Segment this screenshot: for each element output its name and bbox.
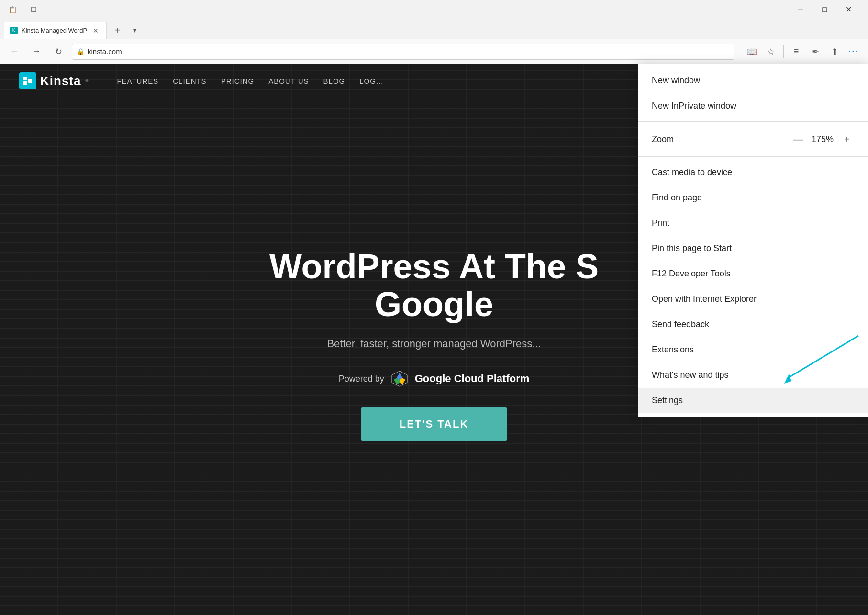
refresh-button[interactable]: ↻ [50, 43, 67, 60]
nav-login[interactable]: LOG... [359, 77, 383, 85]
zoom-label: Zoom [652, 134, 786, 144]
svg-rect-0 [23, 77, 27, 80]
menu-item-extensions[interactable]: Extensions [638, 337, 868, 362]
print-label: Print [652, 218, 669, 228]
logo-svg [22, 76, 33, 86]
nav-clients[interactable]: CLIENTS [173, 77, 206, 85]
hero-subtitle: Better, faster, stronger managed WordPre… [327, 338, 541, 350]
menu-item-print[interactable]: Print [638, 210, 868, 236]
more-button[interactable]: ··· [845, 43, 862, 60]
reading-view-button[interactable]: 📖 [743, 43, 760, 60]
whats-new-label: What's new and tips [652, 370, 729, 380]
menu-item-open-ie[interactable]: Open with Internet Explorer [638, 286, 868, 312]
nav-links: FEATURES CLIENTS PRICING ABOUT US BLOG L… [117, 77, 383, 85]
zoom-value: 175% [811, 134, 835, 144]
toolbar-icons: 📖 ☆ ≡ ✒ ⬆ ··· [743, 43, 862, 60]
content-area: Kinsta® FEATURES CLIENTS PRICING ABOUT U… [0, 64, 868, 615]
feedback-label: Send feedback [652, 319, 709, 329]
menu-item-devtools[interactable]: F12 Developer Tools [638, 261, 868, 286]
address-bar: ← → ↻ 🔒 kinsta.com 📖 ☆ ≡ ✒ ⬆ ··· [0, 39, 868, 64]
menu-item-pin[interactable]: Pin this page to Start [638, 236, 868, 261]
menu-item-cast[interactable]: Cast media to device [638, 160, 868, 185]
logo-text: Kinsta [40, 74, 81, 88]
favorites-button[interactable]: ☆ [762, 43, 779, 60]
tab-dropdown-button[interactable]: ▾ [126, 22, 143, 39]
site-logo: Kinsta® [19, 72, 88, 89]
extensions-label: Extensions [652, 345, 694, 355]
menu-item-settings[interactable]: Settings [638, 388, 868, 413]
hero-title-line1: WordPress At The S [269, 247, 599, 286]
menu-item-whats-new[interactable]: What's new and tips [638, 362, 868, 388]
hero-title: WordPress At The S Google [269, 248, 599, 323]
forward-button[interactable]: → [28, 43, 45, 60]
title-bar-left: 📋 ☐ [4, 1, 42, 18]
tab-bar: K Kinsta Managed WordP ✕ + ▾ [0, 19, 868, 39]
inprivate-label: New InPrivate window [652, 101, 736, 111]
address-wrapper[interactable]: 🔒 kinsta.com [72, 44, 734, 60]
svg-rect-2 [28, 79, 32, 83]
title-bar: 📋 ☐ ─ □ ✕ [0, 0, 868, 19]
minimize-button[interactable]: ─ [790, 0, 812, 19]
gcp-icon [390, 369, 409, 388]
tab-close-button[interactable]: ✕ [91, 26, 100, 35]
menu-item-find[interactable]: Find on page [638, 185, 868, 210]
active-tab[interactable]: K Kinsta Managed WordP ✕ [4, 22, 107, 39]
menu-separator-1 [638, 121, 868, 122]
url-display[interactable]: kinsta.com [72, 44, 734, 60]
logo-dot: ® [85, 79, 88, 83]
new-window-label: New window [652, 76, 700, 86]
nav-blog[interactable]: BLOG [323, 77, 345, 85]
devtools-label: F12 Developer Tools [652, 269, 731, 279]
maximize-button[interactable]: □ [813, 0, 835, 19]
toolbar-divider [783, 45, 784, 58]
menu-item-inprivate[interactable]: New InPrivate window [638, 93, 868, 119]
window-controls: ─ □ ✕ [790, 0, 859, 19]
logo-icon [19, 72, 36, 89]
open-ie-label: Open with Internet Explorer [652, 294, 757, 304]
zoom-decrease-button[interactable]: — [790, 132, 806, 147]
tab-title: Kinsta Managed WordP [22, 27, 87, 34]
lock-icon: 🔒 [77, 48, 85, 55]
hero-title-line2: Google [375, 285, 493, 323]
find-label: Find on page [652, 193, 702, 203]
menu-item-new-window[interactable]: New window [638, 68, 868, 93]
page-history-btn[interactable]: 📋 [4, 1, 21, 18]
nav-features[interactable]: FEATURES [117, 77, 158, 85]
menu-separator-2 [638, 156, 868, 157]
nav-about[interactable]: ABOUT US [268, 77, 309, 85]
powered-by: Powered by Google Cloud Platform [339, 369, 530, 388]
hub-button[interactable]: ≡ [788, 43, 805, 60]
menu-item-feedback[interactable]: Send feedback [638, 312, 868, 337]
zoom-increase-button[interactable]: + [839, 132, 855, 147]
cast-label: Cast media to device [652, 167, 732, 177]
close-button[interactable]: ✕ [837, 0, 859, 19]
zoom-row: Zoom — 175% + [638, 125, 868, 154]
powered-label: Powered by [339, 374, 384, 384]
tab-history-btn[interactable]: ☐ [25, 1, 42, 18]
new-tab-button[interactable]: + [109, 22, 126, 39]
tab-favicon: K [10, 27, 18, 34]
svg-rect-1 [23, 81, 27, 85]
back-button[interactable]: ← [6, 43, 23, 60]
gcp-text: Google Cloud Platform [415, 373, 530, 385]
dropdown-menu: New window New InPrivate window Zoom — 1… [638, 64, 868, 417]
share-button[interactable]: ⬆ [826, 43, 843, 60]
nav-pricing[interactable]: PRICING [221, 77, 255, 85]
pin-label: Pin this page to Start [652, 243, 732, 253]
notes-button[interactable]: ✒ [807, 43, 824, 60]
settings-label: Settings [652, 395, 683, 406]
cta-button[interactable]: LET'S TALK [361, 407, 507, 441]
